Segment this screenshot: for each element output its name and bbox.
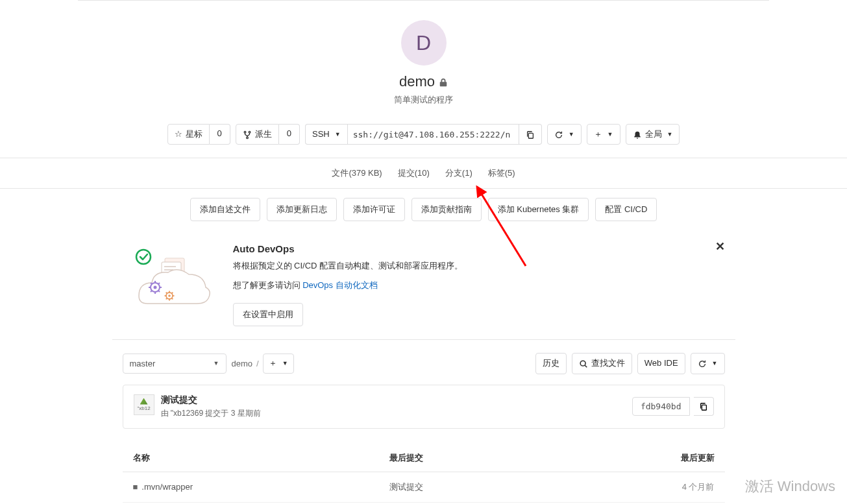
svg-line-28 [166, 298, 167, 299]
svg-line-27 [171, 298, 173, 299]
protocol-dropdown[interactable]: SSH▼ [305, 124, 347, 145]
last-commit-panel: "xb12 测试提交 由 "xb12369 提交于 3 星期前 fdb940bd [123, 385, 725, 429]
svg-point-11 [153, 285, 156, 289]
chevron-down-icon: ▼ [608, 130, 613, 139]
project-description: 简单测试的程序 [123, 94, 725, 106]
stat-commits[interactable]: 提交(10) [398, 167, 430, 179]
add-contributing-button[interactable]: 添加贡献指南 [411, 198, 482, 221]
commit-meta: 由 "xb12369 提交于 3 星期前 [161, 408, 261, 419]
chevron-down-icon: ▼ [569, 130, 574, 139]
branch-selector[interactable]: master ▼ [123, 354, 227, 374]
copy-sha-button[interactable] [694, 397, 714, 416]
svg-line-19 [158, 283, 160, 284]
svg-point-21 [168, 294, 171, 297]
copy-icon [526, 128, 535, 140]
star-icon: ☆ [175, 128, 182, 140]
svg-point-5 [136, 250, 151, 264]
refresh-icon [554, 128, 563, 140]
configure-cicd-button[interactable]: 配置 CI/CD [595, 198, 657, 221]
col-name-header: 名称 [123, 444, 379, 472]
add-button[interactable]: ＋ ▼ [587, 124, 620, 145]
add-readme-button[interactable]: 添加自述文件 [190, 198, 260, 221]
file-commit: 测试提交 [379, 472, 552, 502]
suggestion-buttons: 添加自述文件 添加更新日志 添加许可证 添加贡献指南 添加 Kubernetes… [123, 189, 725, 230]
add-license-button[interactable]: 添加许可证 [343, 198, 405, 221]
chevron-down-icon: ▼ [282, 359, 288, 368]
devops-title: Auto DevOps [233, 243, 463, 254]
star-button[interactable]: ☆ 星标 [167, 124, 210, 145]
chevron-down-icon: ▼ [335, 130, 341, 139]
fork-count: 0 [279, 124, 300, 145]
svg-line-16 [151, 283, 152, 284]
svg-point-30 [580, 361, 585, 366]
find-file-button[interactable]: 查找文件 [572, 353, 632, 374]
svg-point-0 [244, 131, 246, 133]
commit-title[interactable]: 测试提交 [161, 394, 261, 406]
star-count: 0 [210, 124, 230, 145]
project-title: demo [123, 73, 725, 90]
auto-devops-banner: Auto DevOps 将根据预定义的 CI/CD 配置自动构建、测试和部署应用… [112, 230, 735, 340]
svg-point-2 [246, 137, 248, 139]
notification-button[interactable]: 全局 ▼ [626, 124, 680, 145]
add-file-button[interactable]: ＋ ▼ [263, 354, 294, 373]
chevron-down-icon: ▼ [214, 360, 219, 366]
breadcrumb-root[interactable]: demo [232, 359, 253, 368]
file-tree-table: 名称 最后提交 最后更新 ■.mvn/wrapper测试提交4 个月前 [123, 444, 725, 503]
commit-sha[interactable]: fdb940bd [632, 397, 690, 416]
col-commit-header: 最后提交 [379, 444, 552, 472]
plus-icon: ＋ [594, 128, 602, 140]
close-icon[interactable]: ✕ [715, 239, 725, 254]
stat-tags[interactable]: 标签(5) [488, 167, 515, 179]
devops-docs-link[interactable]: DevOps 自动化文档 [302, 280, 378, 290]
fork-button[interactable]: 派生 [236, 124, 279, 145]
project-stats: 文件(379 KB) 提交(10) 分支(1) 标签(5) [123, 158, 725, 188]
windows-activation-watermark: 激活 Windows [745, 477, 835, 496]
web-ide-button[interactable]: Web IDE [637, 353, 685, 374]
search-icon [579, 357, 588, 369]
file-name: .mvn/wrapper [141, 482, 193, 492]
devops-learn-more: 想了解更多请访问 DevOps 自动化文档 [233, 279, 463, 292]
chevron-down-icon: ▼ [667, 130, 673, 139]
copy-url-button[interactable] [519, 124, 542, 145]
download-icon [698, 357, 707, 369]
stat-files[interactable]: 文件(379 KB) [332, 167, 382, 179]
lock-icon [439, 77, 448, 87]
download-button[interactable]: ▼ [691, 353, 725, 374]
enable-devops-button[interactable]: 在设置中启用 [233, 303, 303, 326]
copy-icon [699, 402, 708, 411]
history-button[interactable]: 历史 [535, 353, 567, 374]
action-bar: ☆ 星标 0 派生 0 SSH▼ ▼ ＋ ▼ [123, 119, 725, 158]
commit-author-avatar: "xb12 [134, 394, 154, 415]
svg-line-17 [158, 291, 160, 292]
plus-icon: ＋ [269, 357, 277, 369]
svg-line-31 [585, 365, 587, 367]
svg-line-26 [166, 292, 167, 293]
chevron-down-icon: ▼ [712, 359, 718, 368]
refresh-button[interactable]: ▼ [547, 124, 582, 145]
path-breadcrumb: demo / ＋ ▼ [232, 354, 294, 373]
folder-icon: ■ [133, 482, 138, 492]
stat-branches[interactable]: 分支(1) [445, 167, 473, 179]
col-update-header: 最后更新 [552, 444, 724, 472]
add-kubernetes-button[interactable]: 添加 Kubernetes 集群 [488, 198, 589, 221]
file-updated: 4 个月前 [552, 472, 724, 502]
devops-description: 将根据预定义的 CI/CD 配置自动构建、测试和部署应用程序。 [233, 259, 463, 272]
svg-line-18 [151, 291, 152, 292]
add-changelog-button[interactable]: 添加更新日志 [267, 198, 337, 221]
project-avatar: D [401, 20, 447, 66]
svg-line-29 [171, 292, 173, 293]
svg-rect-3 [528, 133, 533, 138]
devops-illustration [123, 243, 220, 308]
bell-icon [633, 128, 642, 140]
table-row[interactable]: ■.mvn/wrapper测试提交4 个月前 [123, 472, 725, 502]
clone-url-input[interactable] [347, 124, 519, 145]
fork-icon [243, 128, 252, 140]
svg-point-1 [249, 131, 251, 133]
svg-rect-32 [702, 405, 706, 411]
